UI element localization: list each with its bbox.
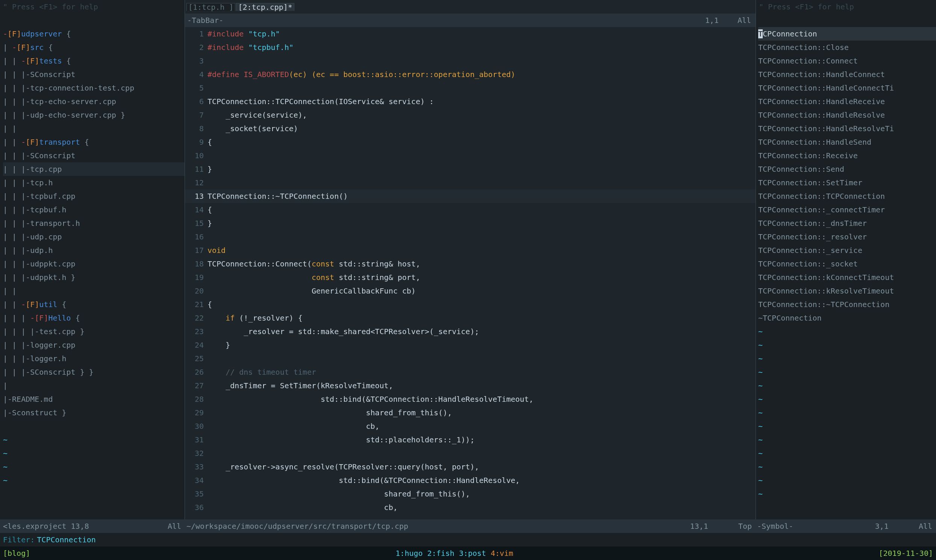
symbol-item[interactable]: TCPConnection::_connectTimer: [758, 203, 936, 217]
file-tree-item[interactable]: | | | |-test.cpp }: [3, 325, 185, 338]
editor-tab[interactable]: [1:tcp.h ]: [186, 3, 235, 11]
code-line[interactable]: 36 cb,: [185, 501, 756, 514]
file-tree-item[interactable]: -[F]udpserver {: [3, 27, 185, 41]
symbol-item[interactable]: TCPConnection::_resolver: [758, 230, 936, 243]
symbol-item[interactable]: TCPConnection::kConnectTimeout: [758, 271, 936, 284]
code-line[interactable]: 13TCPConnection::~TCPConnection(): [185, 189, 756, 203]
file-tree-item[interactable]: |-Sconstruct }: [3, 406, 185, 420]
code-line[interactable]: 25: [185, 352, 756, 365]
symbol-item[interactable]: TCPConnection::HandleResolveTi: [758, 122, 936, 135]
code-line[interactable]: 2#include "tcpbuf.h": [185, 41, 756, 54]
code-line[interactable]: 1#include "tcp.h": [185, 27, 756, 41]
symbol-item[interactable]: TCPConnection::_service: [758, 243, 936, 257]
code-line[interactable]: 24 }: [185, 338, 756, 352]
file-tree-item[interactable]: | | |-udp.h: [3, 243, 185, 257]
file-tree-item[interactable]: |-README.md: [3, 392, 185, 406]
symbol-item[interactable]: TCPConnection::Send: [758, 162, 936, 176]
file-tree[interactable]: -[F]udpserver {| -[F]src {| | -[F]tests …: [0, 27, 185, 519]
tmux-status[interactable]: [blog] 1:hugo 2:fish 3:post 4:vim [2019-…: [0, 546, 936, 560]
code-line[interactable]: 17void: [185, 243, 756, 257]
code-line[interactable]: 18TCPConnection::Connect(const std::stri…: [185, 257, 756, 271]
file-tree-item[interactable]: | |: [3, 284, 185, 298]
symbol-item[interactable]: TCPConnection::~TCPConnection: [758, 298, 936, 311]
file-tree-item[interactable]: | | |-logger.cpp: [3, 338, 185, 352]
symbol-item[interactable]: TCPConnection::TCPConnection: [758, 189, 936, 203]
file-tree-item[interactable]: | | |-tcp.h: [3, 176, 185, 189]
file-tree-item[interactable]: | | |-SConscript } }: [3, 365, 185, 379]
symbol-item[interactable]: TCPConnection::HandleConnect: [758, 68, 936, 81]
code-line[interactable]: 16: [185, 230, 756, 243]
symbol-item[interactable]: TCPConnection::Connect: [758, 54, 936, 68]
code-line[interactable]: 31 std::placeholders::_1));: [185, 433, 756, 446]
tab-strip[interactable]: [1:tcp.h ][2:tcp.cpp]*: [185, 0, 756, 14]
code-line[interactable]: 29 shared_from_this(),: [185, 406, 756, 420]
file-tree-item[interactable]: | | -[F]transport {: [3, 135, 185, 149]
file-tree-item[interactable]: | | |-udppkt.h }: [3, 271, 185, 284]
code-line[interactable]: 33 _resolver->async_resolve(TCPResolver:…: [185, 460, 756, 474]
symbol-item[interactable]: TCPConnection::HandleConnectTi: [758, 81, 936, 95]
code-line[interactable]: 15}: [185, 217, 756, 230]
symbol-item[interactable]: TCPConnection::SetTimer: [758, 176, 936, 189]
code-line[interactable]: 34 std::bind(&TCPConnection::HandleResol…: [185, 474, 756, 487]
symbol-item[interactable]: TCPConnection: [758, 27, 936, 41]
file-tree-item[interactable]: | | -[F]util {: [3, 298, 185, 311]
code-line[interactable]: 12: [185, 176, 756, 189]
empty-line: ~: [758, 338, 936, 352]
code-line[interactable]: 5: [185, 81, 756, 95]
code-line[interactable]: 9{: [185, 135, 756, 149]
symbol-list[interactable]: TCPConnectionTCPConnection::CloseTCPConn…: [756, 27, 936, 519]
file-tree-item[interactable]: | | |-tcp-connection-test.cpp: [3, 81, 185, 95]
editor-tab[interactable]: [2:tcp.cpp]*: [236, 3, 294, 11]
empty-line: ~: [3, 460, 185, 474]
code-line[interactable]: 10: [185, 149, 756, 162]
code-line[interactable]: 14{: [185, 203, 756, 217]
file-tree-item[interactable]: | | |-SConscript: [3, 68, 185, 81]
tmux-windows[interactable]: 1:hugo 2:fish 3:post 4:vim: [30, 549, 879, 557]
code-line[interactable]: 32: [185, 446, 756, 460]
symbol-item[interactable]: TCPConnection::_socket: [758, 257, 936, 271]
file-tree-item[interactable]: | | |-udp.cpp: [3, 230, 185, 243]
file-tree-item[interactable]: |: [3, 379, 185, 392]
code-line[interactable]: 22 if (!_resolver) {: [185, 311, 756, 325]
code-line[interactable]: 30 cb,: [185, 420, 756, 433]
file-tree-item[interactable]: | | | -[F]Hello {: [3, 311, 185, 325]
file-tree-item[interactable]: | | |-udppkt.cpp: [3, 257, 185, 271]
symbol-item[interactable]: TCPConnection::Receive: [758, 149, 936, 162]
code-line[interactable]: 27 _dnsTimer = SetTimer(kResolveTimeout,: [185, 379, 756, 392]
code-line[interactable]: 6TCPConnection::TCPConnection(IOService&…: [185, 95, 756, 108]
symbol-item[interactable]: TCPConnection::_dnsTimer: [758, 217, 936, 230]
empty-line: ~: [3, 433, 185, 446]
code-line[interactable]: 23 _resolver = std::make_shared<TCPResol…: [185, 325, 756, 338]
symbol-item[interactable]: TCPConnection::HandleSend: [758, 135, 936, 149]
code-line[interactable]: 20 GenericCallbackFunc cb): [185, 284, 756, 298]
file-tree-item[interactable]: | | |-transport.h: [3, 217, 185, 230]
file-tree-item[interactable]: | | |-udp-echo-server.cpp }: [3, 108, 185, 122]
code-editor[interactable]: 1#include "tcp.h"2#include "tcpbuf.h"34#…: [185, 27, 756, 519]
file-tree-item[interactable]: | | |-tcpbuf.h: [3, 203, 185, 217]
code-line[interactable]: 8 _socket(service): [185, 122, 756, 135]
file-tree-item[interactable]: | |: [3, 122, 185, 135]
code-line[interactable]: 26 // dns timeout timer: [185, 365, 756, 379]
code-line[interactable]: 28 std::bind(&TCPConnection::HandleResol…: [185, 392, 756, 406]
code-line[interactable]: 35 shared_from_this(),: [185, 487, 756, 501]
symbol-item[interactable]: TCPConnection::HandleResolve: [758, 108, 936, 122]
file-tree-item[interactable]: | | |-tcp-echo-server.cpp: [3, 95, 185, 108]
file-tree-item[interactable]: | | |-logger.h: [3, 352, 185, 365]
filter-line[interactable]: Filter: TCPConnection: [0, 533, 936, 546]
code-line[interactable]: 11}: [185, 162, 756, 176]
code-line[interactable]: 19 const std::string& port,: [185, 271, 756, 284]
code-line[interactable]: 3: [185, 54, 756, 68]
file-tree-item[interactable]: | | |-SConscript: [3, 149, 185, 162]
code-line[interactable]: 4#define IS_ABORTED(ec) (ec == boost::as…: [185, 68, 756, 81]
tmux-session[interactable]: [blog]: [0, 549, 30, 557]
file-tree-item[interactable]: | | |-tcpbuf.cpp: [3, 189, 185, 203]
file-tree-item[interactable]: | -[F]src {: [3, 41, 185, 54]
symbol-item[interactable]: ~TCPConnection: [758, 311, 936, 325]
code-line[interactable]: 7 _service(service),: [185, 108, 756, 122]
symbol-item[interactable]: TCPConnection::HandleReceive: [758, 95, 936, 108]
code-line[interactable]: 21{: [185, 298, 756, 311]
symbol-item[interactable]: TCPConnection::Close: [758, 41, 936, 54]
file-tree-item[interactable]: | | -[F]tests {: [3, 54, 185, 68]
file-tree-item[interactable]: | | |-tcp.cpp: [3, 162, 185, 176]
symbol-item[interactable]: TCPConnection::kResolveTimeout: [758, 284, 936, 298]
